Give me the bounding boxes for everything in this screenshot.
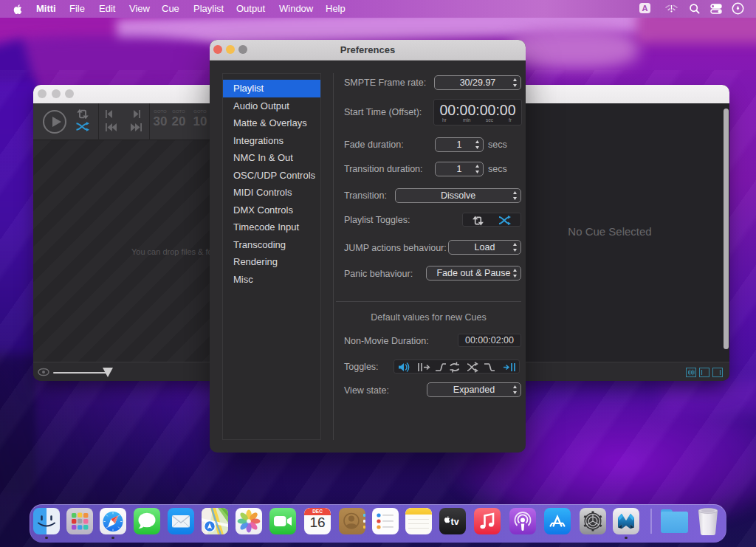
svg-text:tv: tv	[451, 517, 459, 527]
